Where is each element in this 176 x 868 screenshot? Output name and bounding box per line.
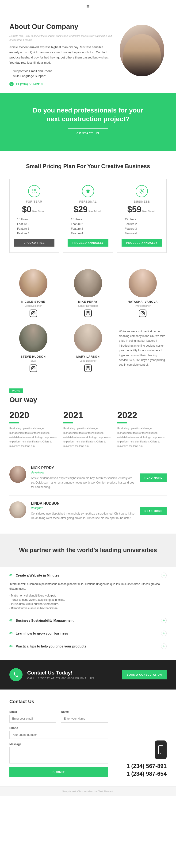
our-way-title: Our way [9,396,167,404]
cta-title: Do you need professionals for your next … [29,106,147,123]
mike-photo [74,269,102,297]
team-card-icon [28,185,40,197]
hamburger-icon[interactable]: ≡ [86,3,90,9]
nick-title: developer [31,471,136,474]
mary-photo [74,324,102,352]
business-plan-name: BUSINESS [121,200,162,204]
team-card-mary: MARY LARSON Lead Designer [64,324,112,372]
contact-form-left: Email Name Phone Message SUBMIT [9,710,108,777]
steve-role: SEO [9,359,57,362]
about-support-list: Support via Email and Phone Multi-Langua… [9,69,113,79]
acc-num-4: 04. [9,645,13,648]
accordion-header-3[interactable]: 03. Learn how to grow your business + [9,627,167,640]
green-bar-2022 [117,422,127,424]
team-text-card: While we were not the first home cleanin… [119,324,167,372]
about-description: Article evident arrived express highest … [9,44,113,65]
acc-num-2: 02. [9,619,13,622]
instagram-icon [86,311,90,315]
team-section: NICOLE STONE Lead Designer MIKE PERRY Se… [0,265,176,381]
linda-avatar [9,501,26,518]
phone-display-icon [155,741,167,759]
about-sample-label: Sample text. Click to select the text bo… [9,34,113,42]
contact-cta-subtitle: CALL US TODAY AT 777 000 0000 OR EMAIL U… [27,677,94,680]
navbar: ≡ [0,0,176,13]
footer: Sample text. Click to select the Text El… [0,786,176,796]
about-support-item-2: Multi-Language Support [9,73,113,79]
mike-instagram-button[interactable] [84,310,92,317]
business-features: 15 Users Feature 2 Feature 3 Feature 4 [121,217,162,236]
natasha-role: Photographer [119,304,167,307]
year-2021-text: Producing operational change management … [63,426,113,448]
email-label: Email [9,710,56,713]
svg-point-3 [32,312,34,314]
nick-description: Article evident arrived express highest … [31,476,136,490]
accordion-header-2[interactable]: 02. Business Sustainability Management + [9,614,167,627]
phone-number-1: 1 (234) 567-891 [115,763,167,769]
proceed-annually-business-button[interactable]: PROCEED ANNUALLY [121,239,162,247]
linda-read-more-button[interactable]: READ MORE [140,507,167,515]
pricing-title: Small Pricing Plan For Your Creative Bus… [9,163,167,169]
phone-input[interactable] [9,731,108,739]
pricing-section: Small Pricing Plan For Your Creative Bus… [0,151,176,265]
pricing-cards: FOR TEAM $0 Per Month 15 Users Feature 2… [9,179,167,253]
linda-title: designer [31,506,136,509]
submit-button[interactable]: SUBMIT [9,767,108,777]
svg-rect-2 [31,312,35,315]
contact-form-wrapper: Email Name Phone Message SUBMIT [9,710,167,777]
timeline-2020: 2020 Producing operational change manage… [9,410,63,448]
mary-instagram-button[interactable] [84,365,92,372]
team-features: 15 Users Feature 2 Feature 3 Feature 4 [14,217,55,236]
year-2020-text: Producing operational change management … [9,426,59,448]
nick-read-more-button[interactable]: READ MORE [140,473,167,482]
personal-features: 15 Users Feature 2 Feature 3 Feature 4 [68,217,108,236]
nick-name: NICK PERRY [31,466,136,470]
nick-info: NICK PERRY developer Article evident arr… [31,466,136,490]
svg-point-1 [141,190,142,192]
team-card-steve: STEVE HUDSON SEO [9,324,57,372]
instagram-icon [31,366,35,370]
linda-info: LINDA HUDSON designer Considered use dis… [31,501,136,520]
acc-open-icon-2: + [161,618,167,623]
about-section: About Our Company Sample text. Click to … [0,13,176,93]
message-textarea[interactable] [9,747,108,764]
svg-point-10 [144,312,144,313]
about-title: About Our Company [9,22,113,31]
email-input[interactable] [9,715,56,723]
team-card-natasha: NATASHA IVANOVA Photographer [119,269,167,317]
accordion-header-1[interactable]: 01. Create a Website in Minutes − [9,569,167,582]
contact-cta-content: Contact Us Today! CALL US TODAY AT 777 0… [9,668,94,681]
contact-cta-text: Contact Us Today! CALL US TODAY AT 777 0… [27,670,94,680]
contact-cta-title: Contact Us Today! [27,670,94,676]
about-image-container [120,25,167,76]
book-consultation-button[interactable]: BOOK A CONSULTATION [122,670,167,679]
svg-point-9 [142,312,144,314]
phone-label: Phone [9,726,108,730]
email-group: Email [9,710,56,723]
acc-num-3: 03. [9,632,13,635]
phone-icon [9,82,13,86]
natasha-instagram-button[interactable] [139,310,146,317]
about-phone: +1 (234) 567-8910 [9,82,113,86]
accordion-header-4[interactable]: 04. Practical tips to help you price you… [9,640,167,653]
business-price: $59 Per Month [121,205,162,214]
phone-group: Phone [9,726,108,739]
mary-name: MARY LARSON [64,355,112,359]
pricing-card-personal: PERSONAL $29 Per Month 15 Users Feature … [63,179,113,253]
phone-cta-icon [13,672,19,678]
team-card-nicole: NICOLE STONE Lead Designer [9,269,57,317]
natasha-photo [129,269,157,297]
name-input[interactable] [61,715,108,723]
personal-plan-name: PERSONAL [68,200,108,204]
featured-members: NICK PERRY developer Article evident arr… [0,458,176,534]
message-label: Message [9,743,108,746]
nicole-instagram-button[interactable] [30,310,37,317]
contact-us-button[interactable]: CONTACT US [68,128,108,138]
steve-instagram-button[interactable] [30,365,37,372]
acc-open-icon-4: + [161,644,167,649]
accordion-item-1: 01. Create a Website in Minutes − Interd… [9,569,167,614]
contact-form-right: 1 (234) 567-891 1 (234) 987-654 [115,741,167,777]
more-button[interactable]: MORE [9,389,23,393]
proceed-annually-personal-button[interactable]: PROCEED ANNUALLY [68,239,108,247]
member-card-linda: LINDA HUDSON designer Considered use dis… [9,496,167,526]
upload-free-button[interactable]: UPLOAD FREE [14,239,55,247]
